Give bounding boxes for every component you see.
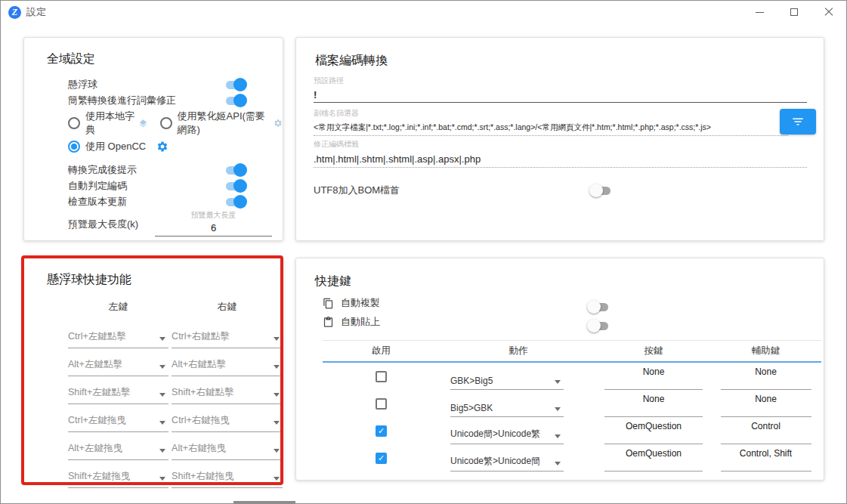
action-dropdown[interactable]: GBK>Big5 [450,376,564,390]
preview-length-input[interactable]: 預覽最大長度 6 [155,210,272,237]
action-value: GBK>Big5 [450,376,555,386]
dropdown-value: Shift+左鍵拖曳 [68,470,159,483]
key-value[interactable]: None [643,394,665,404]
ctrl-left-drag-dropdown[interactable]: Ctrl+左鍵拖曳 [68,410,168,432]
alt-right-drag-dropdown[interactable]: Alt+右鍵拖曳 [172,438,283,460]
chevron-down-icon [274,337,280,341]
chevron-down-icon [555,407,561,411]
modifier-value[interactable]: None [755,366,777,377]
copy-icon [323,298,334,309]
alt-left-click-dropdown[interactable]: Alt+左鍵點擊 [68,354,168,376]
auto-detect-encoding-label: 自動判定編碼 [68,179,127,193]
radio-local-dictionary[interactable] [68,117,80,129]
action-value: Big5>GBK [450,403,555,413]
notify-after-convert-row: 轉換完成後提示 [24,162,283,178]
global-settings-card: 全域設定 懸浮球 簡繁轉換後進行詞彙修正 使用本地字典 使用繁化姬API(需要網… [23,37,283,241]
shift-left-click-dropdown[interactable]: Shift+左鍵點擊 [68,382,168,404]
toggle-knob [587,319,601,332]
enabled-checkbox[interactable] [376,425,387,437]
fix-encoding-tags-field[interactable]: 修正編碼標籤 .htm|.html|.shtm|.shtml|.asp|.aps… [314,139,807,168]
window-title: 設定 [26,5,46,19]
dropdown-value: Ctrl+右鍵點擊 [172,330,274,343]
alt-left-drag-dropdown[interactable]: Alt+左鍵拖曳 [68,438,168,460]
local-dictionary-label: 使用本地字典 [85,110,136,137]
file-encoding-title: 檔案編碼轉換 [315,53,824,69]
chevron-down-icon [274,393,280,397]
default-path-label: 預設路徑 [314,76,807,86]
chevron-down-icon [159,477,165,481]
notify-after-convert-toggle[interactable] [224,163,247,177]
utf8-bom-toggle[interactable] [589,184,612,197]
chevron-down-icon [555,462,561,465]
extension-filter-field[interactable]: 副檔名篩選器 <常用文字檔案|*.txt;*.log;*.ini;*.inf;*… [314,108,807,136]
lexicon-fix-toggle[interactable] [224,94,247,107]
lexicon-fix-row: 簡繁轉換後進行詞彙修正 [24,92,283,108]
enabled-checkbox[interactable] [376,398,387,410]
header-modifier: 輔助鍵 [710,345,821,357]
key-value[interactable]: None [643,366,665,377]
auto-detect-encoding-toggle[interactable] [224,179,247,193]
modifier-value[interactable]: Control, Shift [740,448,792,459]
toggle-knob [233,163,247,177]
dropdown-value: Ctrl+左鍵拖曳 [68,414,159,427]
chevron-down-icon [159,421,165,425]
file-encoding-card: 檔案編碼轉換 預設路徑 ! 副檔名篩選器 <常用文字檔案|*.txt;*.log… [295,37,824,241]
ctrl-right-click-dropdown[interactable]: Ctrl+右鍵點擊 [172,326,283,348]
input-underline [314,102,807,103]
auto-paste-row: 自動貼上 [296,315,380,329]
auto-copy-label: 自動複製 [341,296,380,310]
shift-left-drag-dropdown[interactable]: Shift+左鍵拖曳 [68,465,168,488]
minimize-button[interactable] [742,1,777,23]
enabled-checkbox[interactable] [376,453,387,464]
chevron-down-icon [159,449,165,453]
dropdown-value: Shift+右鍵拖曳 [172,470,274,483]
enabled-checkbox[interactable] [376,371,387,382]
ctrl-right-drag-dropdown[interactable]: Ctrl+右鍵拖曳 [172,410,283,432]
floating-ball-shortcuts-title: 懸浮球快捷功能 [47,272,283,288]
shift-right-click-dropdown[interactable]: Shift+右鍵點擊 [172,382,283,404]
preview-length-label: 預覽最大長度(k) [68,218,138,231]
filter-button[interactable] [780,109,816,135]
minimize-icon [756,12,764,13]
ctrl-left-click-dropdown[interactable]: Ctrl+左鍵點擊 [68,326,168,348]
action-dropdown[interactable]: Big5>GBK [450,403,564,417]
auto-paste-toggle[interactable] [587,319,610,332]
auto-copy-toggle[interactable] [587,300,610,314]
hotkeys-card: 快捷鍵 自動複製 自動貼上 啟用 動作 按鍵 輔助鍵 GBK>Big5 None… [295,258,824,481]
input-underline [314,135,788,136]
chevron-down-icon [274,365,280,369]
key-value[interactable]: OemQuestion [626,421,682,431]
notify-after-convert-label: 轉換完成後提示 [68,163,137,177]
check-update-row: 檢查版本更新 [24,193,283,209]
floating-ball-label: 懸浮球 [68,78,97,91]
default-path-field[interactable]: 預設路徑 ! [314,76,807,103]
radio-fanhuaji-api[interactable] [160,117,172,129]
shortcut-row: Ctrl+左鍵拖曳 Ctrl+右鍵拖曳 [24,410,283,432]
opencc-settings-gear-icon[interactable] [156,141,168,153]
modifier-value[interactable]: Control [751,421,781,431]
modifier-value[interactable]: None [755,394,777,404]
chevron-down-icon [274,421,280,425]
shortcut-row: Alt+左鍵拖曳 Alt+右鍵拖曳 [24,438,283,460]
alt-right-click-dropdown[interactable]: Alt+右鍵點擊 [172,354,283,376]
action-dropdown[interactable]: Unicode簡>Unicode繁 [450,428,564,444]
fanhuaji-settings-gear-icon[interactable] [274,118,283,128]
action-dropdown[interactable]: Unicode繁>Unicode簡 [450,455,564,472]
check-update-toggle[interactable] [224,195,247,209]
maximize-button[interactable] [777,1,811,23]
app-logo-icon: Z [8,6,21,19]
toggle-knob [233,94,247,107]
table-row: GBK>Big5 None None [323,363,821,390]
floating-ball-toggle[interactable] [224,78,247,91]
radio-opencc[interactable] [68,141,80,153]
auto-detect-encoding-row: 自動判定編碼 [24,178,283,193]
key-value[interactable]: OemQuestion [626,448,682,459]
preview-length-row: 預覽最大長度(k) 預覽最大長度 6 [24,210,283,237]
chevron-down-icon [159,393,165,397]
input-underline [604,471,703,472]
close-button[interactable] [811,1,846,23]
auto-paste-label: 自動貼上 [341,315,380,329]
right-button-column-header: 右鍵 [172,300,283,314]
close-icon [824,8,833,17]
shift-right-drag-dropdown[interactable]: Shift+右鍵拖曳 [172,465,283,488]
